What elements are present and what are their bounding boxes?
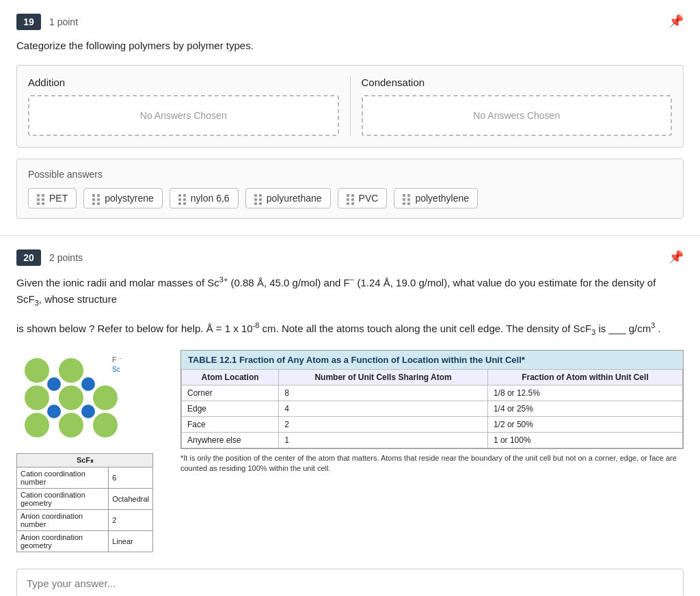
drag-handle-polystyrene xyxy=(92,194,100,202)
fraction-row-face: Face 2 1/2 or 50% xyxy=(182,416,683,432)
svg-point-9 xyxy=(81,405,95,418)
drag-handle-nylon xyxy=(178,194,187,202)
answer-chip-polyethylene[interactable]: polyethylene xyxy=(394,188,478,208)
svg-point-0 xyxy=(25,413,49,437)
fraction-sharing-edge: 4 xyxy=(279,401,488,416)
addition-placeholder: No Answers Chosen xyxy=(140,110,227,121)
coord-table-header: ScF₃ xyxy=(17,453,153,467)
q20-line2-start: is shown below ? Refer to below for help… xyxy=(16,323,253,334)
question-20-points: 2 points xyxy=(49,252,83,263)
coord-table-row-3: Anion coordination number 2 xyxy=(17,509,153,530)
svg-point-5 xyxy=(93,385,118,410)
answer-input-20[interactable] xyxy=(16,569,684,596)
svg-point-11 xyxy=(81,377,95,391)
answer-chip-nylon[interactable]: nylon 6,6 xyxy=(170,188,239,208)
fraction-col-1: Atom Location xyxy=(182,369,279,385)
fraction-table-wrapper: TABLE 12.1 Fraction of Any Atom as a Fun… xyxy=(180,350,684,449)
question-20-header: 20 2 points xyxy=(16,249,684,266)
question-19-header: 19 1 point xyxy=(16,14,684,30)
fraction-value-corner: 1/8 or 12.5% xyxy=(487,385,682,401)
fraction-row-edge: Edge 4 1/4 or 25% xyxy=(182,401,683,416)
coord-property-2: Cation coordination geometry xyxy=(17,488,109,509)
fraction-value-anywhere: 1 or 100% xyxy=(487,432,682,448)
coord-property-1: Cation coordination number xyxy=(17,467,109,488)
answer-chip-pvc[interactable]: PVC xyxy=(338,188,388,208)
coord-table: ScF₃ Cation coordination number 6 Cation… xyxy=(16,453,153,552)
svg-text:−: − xyxy=(119,356,122,361)
svg-point-2 xyxy=(93,413,118,437)
coord-table-row-2: Cation coordination geometry Octahedral xyxy=(17,488,153,509)
fraction-sharing-anywhere: 1 xyxy=(279,432,488,448)
dnd-columns: Addition No Answers Chosen Condensation … xyxy=(28,77,672,136)
fraction-table-title: TABLE 12.1 Fraction of Any Atom as a Fun… xyxy=(181,351,683,369)
fraction-table: Atom Location Number of Unit Cells Shari… xyxy=(181,369,683,448)
pin-icon-20[interactable]: 📌 xyxy=(669,249,684,265)
svg-point-10 xyxy=(47,377,61,391)
drag-handle-polyethylene xyxy=(403,194,411,202)
q20-line1-start: Given the ionic radii and molar masses o… xyxy=(16,277,219,288)
svg-point-3 xyxy=(25,385,49,410)
addition-column: Addition No Answers Chosen xyxy=(28,77,351,136)
question-19-number: 19 xyxy=(16,14,41,30)
addition-title: Addition xyxy=(28,77,339,88)
answer-label-nylon: nylon 6,6 xyxy=(191,193,230,204)
condensation-placeholder: No Answers Chosen xyxy=(473,110,560,121)
coord-value-3: 2 xyxy=(109,509,153,530)
possible-answers-section: Possible answers PET polystyrene xyxy=(16,159,684,219)
answer-label-polyethylene: polyethylene xyxy=(415,193,469,204)
question-19-text: Categorize the following polymers by pol… xyxy=(16,38,684,54)
drag-handle-pvc xyxy=(347,194,355,202)
drag-handle-polyurethane xyxy=(254,194,262,202)
answer-chip-polystyrene[interactable]: polystyrene xyxy=(83,188,163,208)
question-19-points: 1 point xyxy=(49,16,78,27)
question-20-number: 20 xyxy=(16,249,41,266)
q20-period: . xyxy=(655,323,660,334)
coord-value-2: Octahedral xyxy=(109,488,153,509)
possible-answers-title: Possible answers xyxy=(28,169,672,180)
answer-label-pvc: PVC xyxy=(359,193,379,204)
question-20: 20 2 points 📌 Given the ionic radii and … xyxy=(0,236,700,597)
crystal-image-area: F − Sc ScF₃ Cation coordination number 6 xyxy=(16,350,167,552)
svg-point-7 xyxy=(59,358,83,383)
fraction-table-note: *It is only the position of the center o… xyxy=(180,453,684,474)
answer-chip-polyurethane[interactable]: polyurethane xyxy=(245,188,331,208)
fraction-sharing-corner: 8 xyxy=(279,385,488,401)
sc-superscript: 3+ xyxy=(219,275,228,284)
fraction-row-anywhere: Anywhere else 1 1 or 100% xyxy=(182,432,683,448)
fraction-value-edge: 1/4 or 25% xyxy=(487,401,682,416)
dnd-container-19: Addition No Answers Chosen Condensation … xyxy=(16,65,684,148)
answer-chip-pet[interactable]: PET xyxy=(28,188,77,208)
svg-point-8 xyxy=(47,405,61,418)
fraction-sharing-face: 2 xyxy=(279,416,488,432)
fraction-col-3: Fraction of Atom within Unit Cell xyxy=(487,369,682,385)
fraction-location-edge: Edge xyxy=(182,401,279,416)
coord-table-row-4: Anion coordination geometry Linear xyxy=(17,530,153,552)
drag-handle-pet xyxy=(37,194,45,202)
question-20-text-line1: Given the ionic radii and molar masses o… xyxy=(16,274,684,310)
svg-point-4 xyxy=(59,385,83,410)
coord-value-4: Linear xyxy=(109,530,153,552)
answer-label-polyurethane: polyurethane xyxy=(267,193,322,204)
q20-line1-mid: (0.88 Å, 45.0 g/mol) and F xyxy=(228,277,349,288)
q20-line2-mid: cm. Note all the atoms touch along the u… xyxy=(259,323,591,334)
fraction-location-face: Face xyxy=(182,416,279,432)
svg-point-1 xyxy=(59,413,83,437)
question-19: 19 1 point 📌 Categorize the following po… xyxy=(0,0,700,236)
addition-drop-zone[interactable]: No Answers Chosen xyxy=(28,95,339,136)
q20-line1-tail: , whose structure xyxy=(39,293,117,305)
fraction-col-2: Number of Unit Cells Sharing Atom xyxy=(279,369,488,385)
condensation-drop-zone[interactable]: No Answers Chosen xyxy=(362,95,673,136)
fraction-row-corner: Corner 8 1/8 or 12.5% xyxy=(182,385,683,401)
condensation-column: Condensation No Answers Chosen xyxy=(351,77,673,136)
coord-property-3: Anion coordination number xyxy=(17,509,109,530)
svg-text:F: F xyxy=(112,356,116,364)
condensation-title: Condensation xyxy=(362,77,673,88)
question-20-text-line2: is shown below ? Refer to below for help… xyxy=(16,320,684,339)
pin-icon-19[interactable]: 📌 xyxy=(669,14,684,29)
answer-label-polystyrene: polystyrene xyxy=(105,193,154,204)
coord-table-row-1: Cation coordination number 6 xyxy=(17,467,153,488)
exp-superscript: -8 xyxy=(253,321,260,329)
fraction-location-anywhere: Anywhere else xyxy=(182,432,279,448)
answer-label-pet: PET xyxy=(49,193,68,204)
fraction-location-corner: Corner xyxy=(182,385,279,401)
